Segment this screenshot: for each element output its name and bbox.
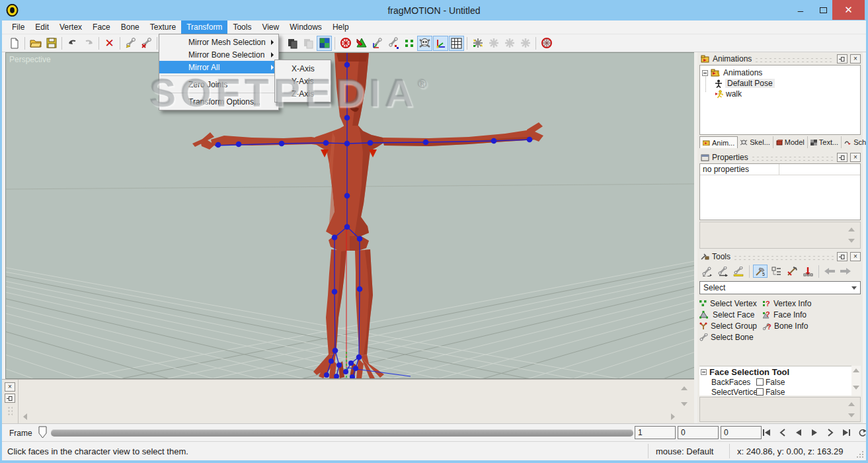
close-button[interactable]: ✕ (832, 0, 865, 20)
menu-face[interactable]: Face (87, 21, 116, 34)
copy-pose-icon[interactable] (699, 265, 714, 278)
first-frame-icon[interactable] (761, 428, 772, 437)
delete-icon[interactable]: ✕ (102, 36, 117, 51)
tool-select-group[interactable]: Select Group (699, 320, 763, 331)
menu-item-transform-options[interactable]: Transform Options... (159, 95, 278, 108)
scroll-right-icon[interactable] (671, 413, 675, 420)
panel-drag-grip[interactable] (7, 406, 13, 415)
undo-icon[interactable] (65, 36, 80, 51)
keyframe-b-icon[interactable] (502, 36, 517, 51)
pin-icon[interactable] (837, 252, 848, 261)
prev-keyframe-icon[interactable] (777, 428, 788, 437)
save-file-icon[interactable] (44, 36, 59, 51)
show-skeleton-icon[interactable] (417, 36, 432, 51)
scroll-up-icon[interactable] (681, 386, 688, 390)
close-panel-icon[interactable]: × (850, 252, 861, 261)
current-frame-field[interactable]: 1 (635, 426, 676, 439)
menu-item-mirror-mesh-selection[interactable]: Mirror Mesh Selection (159, 36, 278, 48)
start-frame-field[interactable]: 0 (678, 426, 719, 439)
resize-grip-icon[interactable] (856, 450, 864, 458)
scroll-left-icon[interactable] (23, 413, 27, 420)
open-file-icon[interactable] (28, 36, 43, 51)
pin-icon[interactable] (837, 54, 848, 63)
tool-vertex-info[interactable]: ?Vertex Info (763, 298, 861, 309)
step-back-icon[interactable] (793, 428, 804, 437)
paste-pose-icon[interactable] (715, 265, 730, 278)
close-panel-icon[interactable]: × (5, 382, 15, 392)
remove-bone-icon[interactable] (139, 36, 154, 51)
property-row-backfaces[interactable]: BackFaces False (699, 377, 851, 387)
tool-select-bone[interactable]: Select Bone (699, 331, 763, 343)
menu-file[interactable]: File (7, 21, 30, 34)
selectvertices-checkbox[interactable] (756, 388, 764, 396)
menu-texture[interactable]: Texture (145, 21, 181, 34)
menu-bone[interactable]: Bone (116, 21, 145, 34)
menu-view[interactable]: View (256, 21, 284, 34)
tool-select-face[interactable]: Select Face (699, 309, 763, 320)
uv-editor-icon[interactable] (354, 36, 369, 51)
viewport-canvas[interactable]: Perspective (5, 52, 695, 379)
scroll-down-icon[interactable] (853, 386, 859, 390)
collapse-icon[interactable] (702, 70, 708, 76)
tool-mode-dropdown[interactable]: Select (699, 281, 861, 294)
tree-item-default-pose[interactable]: Default Pose (700, 78, 860, 89)
tool-select-vertex[interactable]: Select Vertex (699, 298, 763, 309)
tree-root-animations[interactable]: Animations (700, 67, 860, 78)
tab-schematic[interactable]: Sch... (842, 136, 868, 148)
tool-options-icon[interactable] (785, 265, 799, 278)
paste-icon[interactable] (301, 36, 316, 51)
menu-item-mirror-bone-selection[interactable]: Mirror Bone Selection (159, 48, 278, 61)
pin-icon[interactable] (837, 153, 848, 162)
minimize-button[interactable]: – (791, 0, 810, 20)
panel-drag-grip[interactable] (751, 155, 834, 161)
last-frame-icon[interactable] (840, 428, 851, 437)
tab-model[interactable]: Model (773, 136, 808, 148)
menu-item-zero-joints[interactable]: Zero Joints (159, 78, 278, 91)
collapse-icon[interactable] (701, 369, 707, 375)
keyframe-c-icon[interactable] (518, 36, 533, 51)
menu-windows[interactable]: Windows (284, 21, 327, 34)
bone-axes-icon[interactable] (370, 36, 385, 51)
history-back-icon[interactable] (822, 265, 837, 278)
tab-skeleton[interactable]: Skel... (738, 136, 773, 148)
textured-view-icon[interactable] (317, 36, 332, 51)
frame-slider-track[interactable] (51, 429, 633, 437)
tool-bone-info[interactable]: ?Bone Info (763, 320, 861, 331)
key-all-icon[interactable] (801, 265, 815, 278)
show-axes-icon[interactable] (433, 36, 448, 51)
vertex-dots-icon[interactable] (401, 36, 416, 51)
menu-help[interactable]: Help (327, 21, 354, 34)
tool-face-info[interactable]: ?Face Info (763, 309, 861, 320)
menu-tools[interactable]: Tools (227, 21, 256, 34)
menu-edit[interactable]: Edit (30, 21, 54, 34)
maximize-button[interactable] (813, 0, 833, 20)
show-grid-icon[interactable] (449, 36, 464, 51)
scroll-down-icon[interactable] (681, 402, 688, 406)
hammer-tool-icon[interactable]: 5 (753, 265, 768, 278)
panel-drag-grip[interactable] (754, 57, 834, 63)
menu-transform[interactable]: Transform (181, 21, 227, 34)
scroll-up-icon[interactable] (853, 368, 859, 372)
menu-vertex[interactable]: Vertex (54, 21, 87, 34)
bone-colors-icon[interactable] (385, 36, 401, 51)
property-grid-scrollbar[interactable] (851, 366, 861, 396)
next-keyframe-icon[interactable] (824, 428, 836, 437)
add-bone-icon[interactable] (123, 36, 138, 51)
keyframe-a-icon[interactable] (486, 36, 501, 51)
end-frame-field[interactable]: 0 (721, 426, 762, 439)
play-icon[interactable] (809, 428, 820, 437)
measure-bone-icon[interactable] (731, 265, 746, 278)
close-panel-icon[interactable]: × (850, 54, 861, 63)
pin-icon[interactable] (5, 394, 15, 403)
scroll-down-icon[interactable] (848, 413, 855, 417)
close-panel-icon[interactable]: × (850, 153, 861, 162)
tab-animations[interactable]: Anim... (699, 136, 738, 148)
backfaces-checkbox[interactable] (756, 378, 764, 386)
redo-icon[interactable] (81, 36, 96, 51)
weight-wheel-icon[interactable] (338, 36, 353, 51)
bone-wheel-icon[interactable] (539, 36, 554, 51)
tool-list-icon[interactable] (769, 265, 783, 278)
scroll-up-icon[interactable] (848, 228, 855, 232)
new-file-icon[interactable] (7, 36, 22, 51)
panel-drag-grip[interactable] (733, 255, 834, 261)
